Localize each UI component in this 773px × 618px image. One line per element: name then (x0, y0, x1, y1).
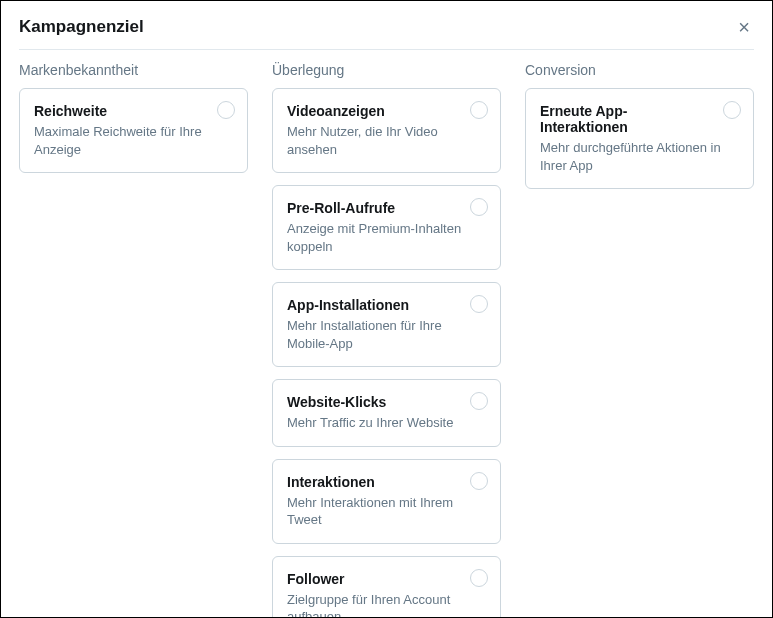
option-desc: Maximale Reichweite für Ihre Anzeige (34, 123, 233, 158)
option-desc: Zielgruppe für Ihren Account aufbauen (287, 591, 486, 618)
option-desc: Mehr Installationen für Ihre Mobile-App (287, 317, 486, 352)
option-title: Follower (287, 571, 486, 587)
radio-icon (470, 569, 488, 587)
option-title: Pre-Roll-Aufrufe (287, 200, 486, 216)
radio-icon (470, 472, 488, 490)
option-title: Reichweite (34, 103, 233, 119)
option-desc: Mehr Traffic zu Ihrer Website (287, 414, 486, 432)
close-icon: × (738, 16, 750, 38)
close-button[interactable]: × (734, 17, 754, 37)
option-app-installs[interactable]: App-Installationen Mehr Installationen f… (272, 282, 501, 367)
radio-icon (217, 101, 235, 119)
column-header-conversion: Conversion (525, 62, 754, 78)
dialog-header: Kampagnenziel × (19, 17, 754, 50)
option-title: Website-Klicks (287, 394, 486, 410)
option-desc: Anzeige mit Premium-Inhalten koppeln (287, 220, 486, 255)
column-conversion: Conversion Erneute App-Interaktionen Meh… (525, 62, 754, 618)
option-preroll-views[interactable]: Pre-Roll-Aufrufe Anzeige mit Premium-Inh… (272, 185, 501, 270)
option-reach[interactable]: Reichweite Maximale Reichweite für Ihre … (19, 88, 248, 173)
option-desc: Mehr durchgeführte Aktionen in Ihrer App (540, 139, 739, 174)
option-engagements[interactable]: Interaktionen Mehr Interaktionen mit Ihr… (272, 459, 501, 544)
radio-icon (470, 198, 488, 216)
option-desc: Mehr Nutzer, die Ihr Video ansehen (287, 123, 486, 158)
radio-icon (723, 101, 741, 119)
option-followers[interactable]: Follower Zielgruppe für Ihren Account au… (272, 556, 501, 618)
option-website-clicks[interactable]: Website-Klicks Mehr Traffic zu Ihrer Web… (272, 379, 501, 447)
option-desc: Mehr Interaktionen mit Ihrem Tweet (287, 494, 486, 529)
column-header-awareness: Markenbekanntheit (19, 62, 248, 78)
objective-columns: Markenbekanntheit Reichweite Maximale Re… (19, 62, 754, 618)
option-app-reengagement[interactable]: Erneute App-Interaktionen Mehr durchgefü… (525, 88, 754, 189)
option-title: Erneute App-Interaktionen (540, 103, 739, 135)
option-title: Videoanzeigen (287, 103, 486, 119)
radio-icon (470, 101, 488, 119)
column-awareness: Markenbekanntheit Reichweite Maximale Re… (19, 62, 248, 618)
option-title: App-Installationen (287, 297, 486, 313)
option-title: Interaktionen (287, 474, 486, 490)
column-consideration: Überlegung Videoanzeigen Mehr Nutzer, di… (272, 62, 501, 618)
option-video-views[interactable]: Videoanzeigen Mehr Nutzer, die Ihr Video… (272, 88, 501, 173)
dialog-title: Kampagnenziel (19, 17, 144, 37)
column-header-consideration: Überlegung (272, 62, 501, 78)
